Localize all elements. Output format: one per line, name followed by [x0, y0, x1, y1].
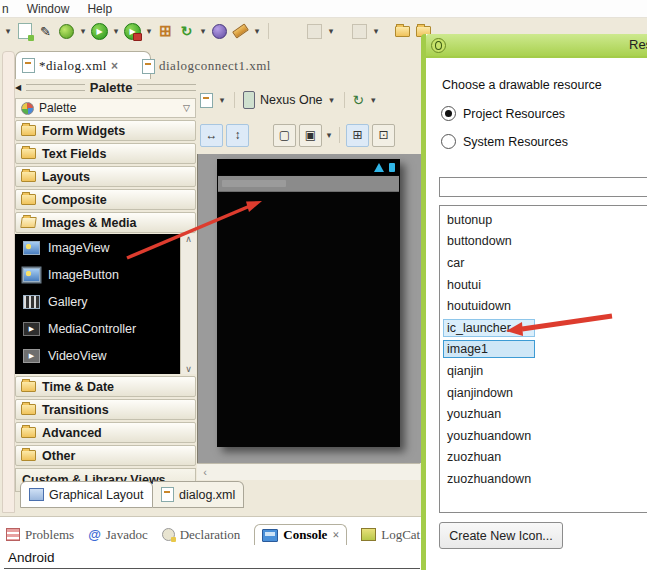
menu-item-help[interactable]: Help — [87, 2, 112, 16]
config-file-icon[interactable] — [200, 93, 213, 108]
toolbar-separator — [234, 92, 235, 108]
tab-logcat[interactable]: LogCat — [361, 527, 420, 543]
annotation-nav-dropdown[interactable]: ▾ — [327, 26, 335, 36]
selection-mode-button[interactable]: ▢ — [273, 124, 296, 147]
pencil-icon[interactable]: ✎ — [37, 23, 54, 40]
palette-item-gallery[interactable]: Gallery — [15, 288, 196, 315]
menu-item-cut[interactable]: n — [2, 2, 9, 16]
device-dropdown[interactable]: ▾ — [328, 95, 336, 105]
search-dropdown[interactable]: ▾ — [253, 26, 261, 36]
palette-category-advanced[interactable]: Advanced — [15, 422, 196, 443]
debug-icon[interactable] — [58, 23, 75, 40]
palette-category-images-media[interactable]: Images & Media — [15, 212, 196, 233]
list-item[interactable]: qianjindown — [440, 382, 647, 404]
debug-dropdown[interactable]: ▾ — [79, 26, 87, 36]
horizontal-scrollbar[interactable]: ‹ — [197, 463, 420, 480]
palette-dropdown[interactable]: Palette ▽ — [15, 98, 196, 118]
run-config-icon[interactable]: ▶ — [124, 23, 141, 40]
list-item[interactable]: houtuidown — [440, 295, 647, 317]
rotate-dropdown[interactable]: ▾ — [369, 95, 377, 105]
show-margins-button[interactable]: ⊡ — [372, 124, 395, 147]
tab-label: LogCat — [381, 527, 420, 543]
config-dropdown[interactable]: ▾ — [218, 95, 226, 105]
device-preview[interactable] — [217, 159, 400, 447]
list-item-selected[interactable]: image1 — [440, 339, 647, 361]
list-item[interactable]: butonup — [440, 209, 647, 231]
expand-mode-button[interactable]: ▣ — [299, 124, 322, 147]
new-android-project-icon[interactable] — [16, 23, 33, 40]
tab-dialog-xml-source[interactable]: dialog.xml — [153, 481, 244, 508]
radio-system-resources[interactable]: System Resources — [441, 134, 568, 149]
palette-category-other[interactable]: Other — [15, 445, 196, 466]
device-selector[interactable]: Nexus One — [260, 93, 323, 107]
tab-dialogconnect1-xml[interactable]: dialogconnect1.xml — [142, 54, 271, 78]
palette-panel: ◀ Palette Palette ▽ Form Widgets Text Fi… — [15, 79, 196, 479]
list-item[interactable]: houtui — [440, 274, 647, 296]
tab-console[interactable]: Console × — [254, 524, 347, 545]
menu-item-window[interactable]: Window — [27, 2, 70, 16]
collapse-arrow-icon[interactable]: ◀ — [15, 83, 21, 92]
palette-item-videoview[interactable]: ▶ VideoView — [15, 342, 196, 369]
refresh-icon[interactable]: ↻ — [178, 23, 195, 40]
collapsed-view-strip[interactable] — [2, 51, 15, 513]
create-new-icon-button[interactable]: Create New Icon... — [439, 522, 563, 549]
folder-icon — [21, 404, 36, 415]
device-icon — [243, 91, 255, 109]
show-outline-button[interactable]: ⊞ — [346, 124, 369, 147]
list-item[interactable]: car — [440, 252, 647, 274]
tab-javadoc[interactable]: @ Javadoc — [88, 527, 148, 543]
palette-category-transitions[interactable]: Transitions — [15, 399, 196, 420]
list-item[interactable]: youzhuan — [440, 403, 647, 425]
close-icon[interactable]: × — [111, 59, 118, 73]
list-item[interactable]: zuozhuan — [440, 447, 647, 469]
radio-project-resources[interactable]: Project Resources — [441, 106, 565, 121]
match-height-button[interactable]: ↕ — [226, 124, 249, 147]
tab-label: Graphical Layout — [49, 488, 144, 502]
open-folder-icon[interactable] — [394, 23, 411, 40]
open-folder-icon — [20, 217, 37, 228]
palette-item-mediacontroller[interactable]: ▶ MediaController — [15, 315, 196, 342]
scroll-up-icon[interactable]: ∧ — [185, 234, 192, 244]
palette-item-imagebutton[interactable]: ImageButton — [15, 261, 196, 288]
list-item[interactable]: youzhuandown — [440, 425, 647, 447]
open-type-icon[interactable] — [211, 23, 228, 40]
palette-category-layouts[interactable]: Layouts — [15, 166, 196, 187]
list-item[interactable]: zuozhuandown — [440, 468, 647, 490]
list-item[interactable]: buttondown — [440, 231, 647, 253]
category-label: Transitions — [42, 403, 109, 417]
palette-item-imageview[interactable]: ImageView — [15, 234, 196, 261]
dialog-title-bar[interactable]: Resource Chooser — [426, 34, 647, 56]
close-icon[interactable]: × — [332, 528, 339, 543]
rotate-icon[interactable]: ↻ — [353, 92, 365, 108]
match-width-button[interactable]: ↔ — [200, 124, 223, 147]
category-label: Time & Date — [42, 380, 114, 394]
tab-problems[interactable]: Problems — [6, 527, 74, 543]
open-perspective-icon[interactable]: ⊞ — [157, 23, 174, 40]
palette-category-time-date[interactable]: Time & Date — [15, 376, 196, 397]
run-dropdown[interactable]: ▾ — [112, 26, 120, 36]
run-icon[interactable]: ▶ — [91, 23, 108, 40]
annotation-nav-icon[interactable] — [306, 23, 323, 40]
tab-declaration[interactable]: Declaration — [162, 527, 241, 543]
scroll-left-icon[interactable]: ‹ — [197, 465, 213, 479]
refresh-dropdown[interactable]: ▾ — [199, 26, 207, 36]
run-config-dropdown[interactable]: ▾ — [145, 26, 153, 36]
palette-scrollbar[interactable]: ∧ ∨ — [180, 234, 196, 374]
tab-dialog-xml[interactable]: *dialog.xml × — [15, 51, 151, 79]
scroll-down-icon[interactable]: ∨ — [185, 364, 192, 374]
last-edit-icon[interactable] — [351, 23, 368, 40]
palette-category-composite[interactable]: Composite — [15, 189, 196, 210]
overflow-dropdown[interactable]: ▾ — [4, 26, 12, 36]
list-item-highlighted[interactable]: ic_launcher — [440, 317, 647, 339]
mode-dropdown[interactable]: ▾ — [325, 130, 333, 140]
resource-list[interactable]: butonup buttondown car houtui houtuidown… — [439, 205, 647, 513]
palette-category-form-widgets[interactable]: Form Widgets — [15, 120, 196, 141]
layout-canvas[interactable] — [197, 154, 421, 463]
list-item[interactable]: qianjin — [440, 360, 647, 382]
last-edit-dropdown[interactable]: ▾ — [372, 26, 380, 36]
search-icon[interactable] — [232, 23, 249, 40]
palette-category-text-fields[interactable]: Text Fields — [15, 143, 196, 164]
tab-graphical-layout[interactable]: Graphical Layout — [20, 481, 153, 508]
resource-filter-input[interactable] — [439, 177, 647, 197]
item-label: ImageButton — [48, 268, 119, 282]
